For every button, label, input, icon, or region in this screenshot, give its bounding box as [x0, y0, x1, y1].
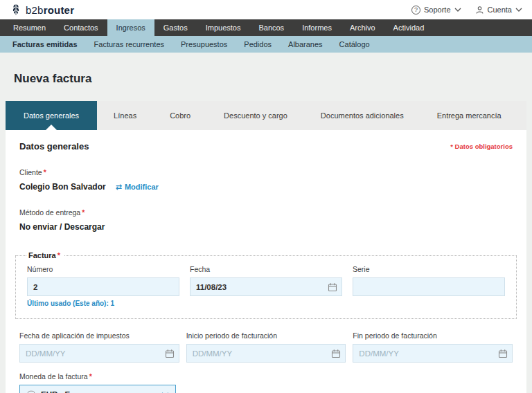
swap-icon: ⇄	[116, 183, 122, 192]
fin-periodo-input[interactable]	[353, 344, 513, 363]
tab-cobro[interactable]: Cobro	[153, 101, 207, 130]
tab-descuento-y-cargo[interactable]: Descuento y cargo	[207, 101, 304, 130]
cliente-label: Cliente*	[19, 168, 513, 176]
subnav-item-pedidos[interactable]: Pedidos	[236, 36, 280, 53]
nav-item-informes[interactable]: Informes	[293, 19, 341, 36]
fecha-input[interactable]	[190, 277, 342, 296]
help-icon: ?	[411, 6, 420, 15]
cliente-value: Colegio Bon Salvador	[19, 182, 106, 192]
nav-item-impuestos[interactable]: Impuestos	[197, 19, 250, 36]
chevron-down-icon	[454, 8, 461, 12]
subnav-item-facturas-emitidas[interactable]: Facturas emitidas	[4, 36, 86, 53]
nav-item-gastos[interactable]: Gastos	[154, 19, 197, 36]
inicio-periodo-label: Inicio periodo de facturación	[186, 331, 346, 340]
logo-text: b2brouter	[26, 4, 74, 16]
calendar-icon[interactable]	[328, 282, 337, 292]
account-menu[interactable]: Cuenta	[475, 6, 522, 15]
b2brouter-logo[interactable]: b2brouter	[10, 3, 74, 16]
moneda-value: EUR - Euro	[41, 390, 83, 393]
ultimo-usado-hint: Último usado (Este año): 1	[27, 300, 179, 307]
nav-item-bancos[interactable]: Bancos	[249, 19, 293, 36]
subnav-item-catalogo[interactable]: Catálogo	[331, 36, 378, 53]
form-tabs: Datos generales Líneas Cobro Descuento y…	[6, 101, 526, 130]
nav-item-resumen[interactable]: Resumen	[4, 19, 55, 36]
nav-item-archivo[interactable]: Archivo	[341, 19, 384, 36]
account-label: Cuenta	[488, 6, 512, 14]
main-nav: Resumen Contactos Ingresos Gastos Impues…	[0, 19, 532, 36]
nav-item-contactos[interactable]: Contactos	[55, 19, 107, 36]
chevron-down-icon	[515, 8, 522, 12]
moneda-label: Moneda de la factura*	[19, 372, 513, 381]
subnav-item-presupuestos[interactable]: Presupuestos	[172, 36, 236, 53]
required-fields-note: * Datos obligatorios	[450, 143, 513, 150]
subnav-item-facturas-recurrentes[interactable]: Facturas recurrentes	[86, 36, 172, 53]
inicio-periodo-input[interactable]	[186, 344, 346, 363]
b2brouter-logo-icon	[10, 3, 22, 16]
tab-datos-generales[interactable]: Datos generales	[6, 101, 97, 130]
page-title: Nueva factura	[14, 72, 518, 86]
user-icon	[475, 6, 484, 15]
section-title: Datos generales	[19, 141, 89, 152]
sub-nav: Facturas emitidas Facturas recurrentes P…	[0, 36, 532, 53]
nav-item-ingresos[interactable]: Ingresos	[107, 19, 154, 36]
support-menu[interactable]: ? Soporte	[411, 6, 461, 15]
serie-label: Serie	[353, 265, 505, 273]
modificar-cliente-link[interactable]: ⇄ Modificar	[116, 183, 159, 192]
moneda-select[interactable]: EUR - Euro	[19, 385, 176, 393]
numero-label: Número	[27, 265, 179, 273]
tab-entrega-mercancia[interactable]: Entrega mercancía	[420, 101, 518, 130]
fecha-impuestos-label: Fecha de aplicación de impuestos	[19, 331, 179, 340]
tab-lineas[interactable]: Líneas	[97, 101, 153, 130]
factura-fieldset: Factura* Número Último usado (Este año):…	[15, 251, 517, 319]
fecha-impuestos-input[interactable]	[19, 344, 179, 363]
nav-item-actividad[interactable]: Actividad	[384, 19, 434, 36]
tab-documentos-adicionales[interactable]: Documentos adicionales	[304, 101, 420, 130]
datos-generales-panel: Datos generales * Datos obligatorios Cli…	[6, 130, 526, 393]
factura-legend: Factura*	[27, 251, 64, 259]
serie-input[interactable]	[353, 277, 505, 296]
calendar-icon[interactable]	[498, 349, 508, 358]
metodo-entrega-value: No enviar / Descargar	[19, 222, 105, 232]
fin-periodo-label: Fin periodo de facturación	[353, 331, 513, 340]
calendar-icon[interactable]	[165, 349, 175, 358]
coins-icon	[26, 390, 36, 393]
numero-input[interactable]	[27, 277, 179, 296]
metodo-entrega-label: Método de entrega*	[19, 208, 513, 217]
fecha-label: Fecha	[190, 265, 342, 273]
subnav-item-albaranes[interactable]: Albaranes	[280, 36, 331, 53]
top-bar: b2brouter ? Soporte Cuenta	[0, 0, 532, 19]
calendar-icon[interactable]	[331, 349, 341, 358]
support-label: Soporte	[424, 6, 451, 14]
